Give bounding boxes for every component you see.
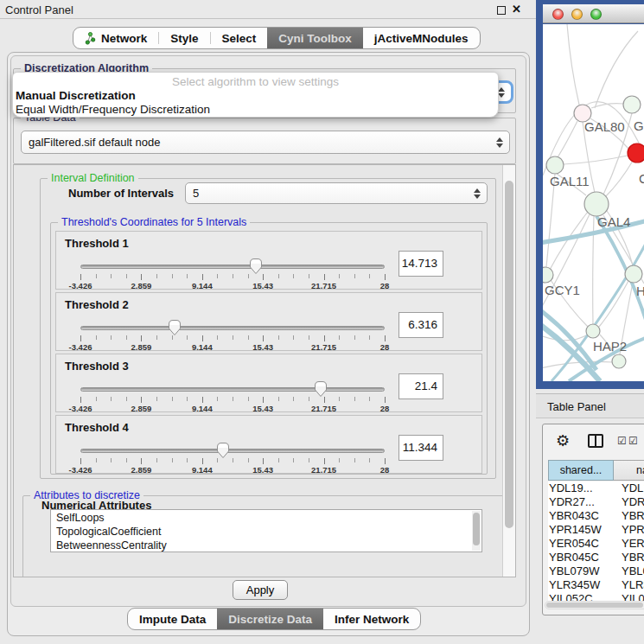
mac-zoom-button[interactable] <box>590 9 602 20</box>
tab-jactivemnodules[interactable]: jActiveMNodules <box>363 28 480 48</box>
tab-select[interactable]: Select <box>211 28 268 48</box>
table-cell: YBR045C <box>548 551 615 564</box>
table-cell: YPR1 <box>615 523 644 537</box>
tab-impute-data[interactable]: Impute Data <box>128 609 217 629</box>
slider-ticks <box>80 458 385 465</box>
table-data-combobox[interactable]: galFiltered.sif default node <box>21 131 510 154</box>
slider-tick-labels: -3.4262.8599.14415.4321.71528 <box>80 404 385 413</box>
combo-spinner-icon <box>495 137 503 148</box>
slider-track[interactable] <box>80 326 385 330</box>
network-node[interactable] <box>584 192 609 216</box>
table-cell: YDL19... <box>548 481 615 495</box>
float-window-icon[interactable] <box>497 6 506 15</box>
apply-button[interactable]: Apply <box>233 580 288 600</box>
network-node[interactable] <box>623 96 641 113</box>
threshold-value-field[interactable]: 21.4 <box>399 373 443 399</box>
threshold-value-field[interactable]: 14.713 <box>399 251 443 277</box>
tab-discretize-data-label: Discretize Data <box>228 613 312 626</box>
table-cell: YBR0 <box>615 551 644 564</box>
settings-scrollbar[interactable] <box>502 165 515 577</box>
table-row[interactable]: YBL079WYBL0 <box>548 564 644 578</box>
tab-network[interactable]: Network <box>73 28 158 48</box>
network-node[interactable] <box>612 354 626 368</box>
network-node-label: G. <box>634 118 644 133</box>
network-node-label: GAL4 <box>597 214 630 229</box>
scrollbar-thumb[interactable] <box>505 181 513 528</box>
number-of-intervals-combobox[interactable]: 5 <box>185 182 488 204</box>
network-node-label: H <box>636 284 644 298</box>
numerical-attributes-list[interactable]: SelfLoopsTopologicalCoefficientBetweenne… <box>50 509 482 552</box>
column-header-shared[interactable]: shared... <box>548 460 614 481</box>
mac-minimize-button[interactable] <box>571 9 583 20</box>
table-row[interactable]: YER054CYER0 <box>548 537 644 551</box>
threshold-panel: Threshold 3 -3.4262.8599.14415.4321.7152… <box>55 354 482 412</box>
network-node[interactable] <box>628 143 644 163</box>
table-row[interactable]: YIL052CYIL0 <box>548 592 644 601</box>
network-node[interactable] <box>586 324 600 338</box>
network-node[interactable] <box>546 156 564 174</box>
attribute-item[interactable]: TopologicalCoefficient <box>51 524 481 538</box>
slider-thumb[interactable] <box>314 380 328 398</box>
slider-tick-labels: -3.4262.8599.14415.4321.71528 <box>80 342 385 352</box>
network-node[interactable] <box>625 265 642 283</box>
scrollbar-thumb[interactable] <box>473 513 480 545</box>
slider-thumb[interactable] <box>249 258 263 275</box>
slider-track[interactable] <box>80 449 385 453</box>
split-columns-icon[interactable] <box>588 434 603 448</box>
table-row[interactable]: YDR27...YDR2 <box>548 495 644 509</box>
tab-select-label: Select <box>222 32 257 45</box>
threshold-value-field[interactable]: 6.316 <box>399 312 443 338</box>
slider-track[interactable] <box>80 387 385 392</box>
network-view-canvas[interactable]: GAL80G.CGAL11GAL4GCY1HHAP2 <box>543 24 644 381</box>
network-edge-thick <box>552 240 644 381</box>
network-node-label: GAL80 <box>584 119 625 134</box>
attributes-scrollbar[interactable] <box>472 511 481 551</box>
attribute-item[interactable]: SelfLoops <box>51 510 481 524</box>
slider-thumb[interactable] <box>168 319 182 336</box>
tab-cyni-toolbox[interactable]: Cyni Toolbox <box>267 28 363 48</box>
gear-icon[interactable]: ⚙ <box>556 431 570 450</box>
bottom-tabbar: Impute Data Discretize Data Infer Networ… <box>127 608 421 630</box>
control-panel-tabbar: Network Style Select Cyni Toolbox jActiv… <box>73 27 481 49</box>
slider-track[interactable] <box>80 265 385 269</box>
tab-infer-network[interactable]: Infer Network <box>323 609 420 629</box>
slider-thumb[interactable] <box>216 442 230 459</box>
close-icon[interactable]: ✕ <box>512 3 521 16</box>
table-row[interactable]: YLR345WYLR3 <box>548 578 644 592</box>
tab-style[interactable]: Style <box>159 28 209 48</box>
mac-close-button[interactable] <box>552 9 564 20</box>
threshold-slider[interactable]: -3.4262.8599.14415.4321.71528 <box>80 265 385 290</box>
combo-spinner-icon <box>473 188 481 199</box>
tab-network-label: Network <box>101 32 147 45</box>
checkbox-icon[interactable]: ☑ <box>617 435 627 447</box>
algorithm-item-equal-width[interactable]: Equal Width/Frequency Discretization <box>16 103 210 116</box>
algorithm-dropdown-popup: Select algorithm to view settings Manual… <box>12 72 499 118</box>
table-row[interactable]: YDL19...YDL1 <box>548 481 644 495</box>
table-horizontal-scrollbar[interactable] <box>545 601 644 609</box>
number-of-intervals-value: 5 <box>193 187 199 200</box>
algorithm-placeholder-item[interactable]: Select algorithm to view settings <box>13 75 498 88</box>
settings-scroll-area: Interval Definition Number of Intervals … <box>13 164 516 577</box>
threshold-slider[interactable]: -3.4262.8599.14415.4321.71528 <box>80 326 385 352</box>
network-window-titlebar <box>543 4 644 23</box>
network-edge <box>558 121 577 157</box>
table-cell: YBR0 <box>615 509 644 523</box>
tab-discretize-data[interactable]: Discretize Data <box>217 609 323 629</box>
network-edge <box>543 361 613 368</box>
table-row[interactable]: YBR043CYBR0 <box>548 509 644 523</box>
network-edge <box>605 161 633 197</box>
network-node-label: GCY1 <box>545 283 580 297</box>
table-cell: YER0 <box>615 537 644 551</box>
column-header-name[interactable]: na <box>614 460 644 481</box>
algorithm-item-manual[interactable]: Manual Discretization <box>16 89 136 102</box>
checkbox-icon[interactable]: ☑ <box>628 435 638 447</box>
threshold-value-field[interactable]: 11.344 <box>399 435 443 461</box>
table-row[interactable]: YBR045CYBR0 <box>548 551 644 564</box>
network-node[interactable] <box>543 267 553 283</box>
attribute-item[interactable]: BetweennessCentrality <box>51 538 481 552</box>
threshold-slider[interactable]: -3.4262.8599.14415.4321.71528 <box>80 449 385 475</box>
table-row[interactable]: YPR145WYPR1 <box>548 523 644 537</box>
threshold-label: Threshold 2 <box>65 298 129 311</box>
scrollbar-thumb[interactable] <box>546 603 643 608</box>
threshold-slider[interactable]: -3.4262.8599.14415.4321.71528 <box>80 387 385 413</box>
